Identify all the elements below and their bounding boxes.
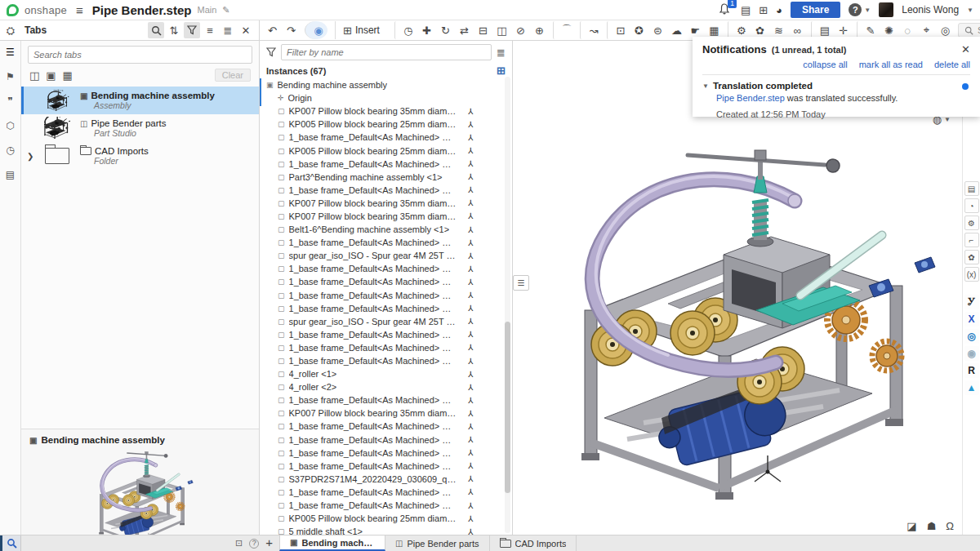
fixed-icon[interactable]: ⅄ xyxy=(468,370,473,379)
database-icon[interactable]: ⊜ xyxy=(648,21,667,39)
fixed-icon[interactable]: ⅄ xyxy=(468,185,473,194)
fixed-icon[interactable]: ⅄ xyxy=(468,435,473,444)
appearance-panel-icon[interactable]: ✿ xyxy=(964,250,979,264)
instance-row[interactable]: ▢ 1_base frame_Default<As Machined> <17>… xyxy=(265,486,512,499)
instance-row[interactable]: ▢ 1_base frame_Default<As Machined> <3> … xyxy=(265,184,512,197)
app-x-icon[interactable]: X xyxy=(964,312,979,327)
cylindrical-mate-icon[interactable]: ◫ xyxy=(492,21,511,39)
assembly-filter-icon[interactable]: ▣ xyxy=(46,70,56,81)
fixed-icon[interactable]: ⅄ xyxy=(468,317,473,326)
pin-slot-mate-icon[interactable]: ⊘ xyxy=(511,21,530,39)
fastened-mate-icon[interactable]: ✚ xyxy=(417,21,436,39)
fixed-icon[interactable]: ⅄ xyxy=(468,264,473,273)
list-view-icon[interactable]: ≡ xyxy=(202,22,218,38)
instance-row[interactable]: ▢ KP007 Pillow block bearing 35mm diamet… xyxy=(265,104,512,118)
fixed-icon[interactable]: ⅄ xyxy=(468,501,473,510)
instance-row[interactable]: ▢ 1_base frame_Default<As Machined> <4> … xyxy=(265,236,512,249)
instance-row[interactable]: ▢ KP005 Pillow block bearing 25mm diamet… xyxy=(265,118,512,131)
tab-manager-icon[interactable]: ☰ xyxy=(2,44,19,60)
fixed-icon[interactable]: ⅄ xyxy=(468,422,473,431)
app-store-icon[interactable]: ⊞ xyxy=(759,5,768,16)
instance-row[interactable]: ▢ 1_base frame_Default<As Machined> <12>… xyxy=(265,393,512,407)
sort-icon[interactable]: ⇅ xyxy=(166,22,182,38)
instance-row[interactable]: ▢ KP007 Pillow block bearing 35mm diamet… xyxy=(265,210,512,223)
fixed-icon[interactable]: ⅄ xyxy=(468,251,473,260)
help-menu[interactable]: ? ▼ xyxy=(849,3,871,16)
variables-panel-icon[interactable]: (x) xyxy=(964,267,979,282)
expand-chevron-icon[interactable]: ❯ xyxy=(27,152,33,161)
clear-filters-button[interactable]: Clear xyxy=(215,69,251,82)
notification-item[interactable]: ▼ Translation completed Pipe Bender.step… xyxy=(702,75,970,119)
bottom-tab-assembly[interactable]: ▣ Bending machine asse... xyxy=(279,535,385,551)
fixed-icon[interactable]: ⅄ xyxy=(468,198,473,207)
instance-row[interactable]: ▢ KP007 Pillow block bearing 35mm diamet… xyxy=(265,197,512,210)
app-eye-icon[interactable]: ◉ xyxy=(964,346,979,361)
fixed-icon[interactable]: ⅄ xyxy=(468,343,473,352)
instance-row[interactable]: ▢ KP005 Pillow block bearing 25mm diamet… xyxy=(265,144,512,157)
versions-icon[interactable]: ⬡ xyxy=(2,118,19,134)
follow-mode-icon[interactable]: ⚑ xyxy=(2,69,19,85)
instance-row[interactable]: ▢ 1_base frame_Default<As Machined> <6> … xyxy=(265,275,512,288)
assembly-root-row[interactable]: ▣ Bending machine assembly xyxy=(265,78,512,91)
avatar[interactable] xyxy=(879,2,893,17)
collapse-chevron-icon[interactable]: ▼ xyxy=(702,82,709,90)
box-select-icon[interactable]: ⊡ xyxy=(607,21,630,39)
fixed-icon[interactable]: ⅄ xyxy=(468,448,473,457)
onshape-logo-icon[interactable] xyxy=(7,4,19,16)
close-notifications-icon[interactable]: ✕ xyxy=(961,43,970,56)
part-studio-filter-icon[interactable]: ◫ xyxy=(29,70,39,81)
fixed-icon[interactable]: ⅄ xyxy=(468,159,473,168)
fixed-icon[interactable]: ⅄ xyxy=(468,527,473,535)
instance-row[interactable]: ▢ 1_base frame_Default<As Machined> <10>… xyxy=(265,341,512,354)
history-icon[interactable]: ◷ xyxy=(2,142,19,158)
relation-icon[interactable]: ↝ xyxy=(580,21,603,39)
tangent-mate-icon[interactable]: ⌒ xyxy=(553,21,576,39)
user-chevron-down-icon[interactable]: ▼ xyxy=(967,7,973,14)
mark-all-read-link[interactable]: mark all as read xyxy=(859,60,923,69)
search-icon[interactable] xyxy=(148,22,164,38)
camera-perspective-icon[interactable]: ☗ xyxy=(927,521,937,531)
app-shield-icon[interactable]: Ỿ xyxy=(964,295,979,309)
filter-by-name-input[interactable] xyxy=(281,44,492,60)
fixed-icon[interactable]: ⅄ xyxy=(468,357,473,366)
instance-row[interactable]: ▢ 1_base frame_Default<As Machined> <1> … xyxy=(265,131,512,144)
instance-row[interactable]: ▢ 1_base frame_Default<As Machined> <2> … xyxy=(265,158,512,171)
report-panel-icon[interactable]: ▤ xyxy=(964,181,979,196)
status-help-icon[interactable]: ? xyxy=(249,539,259,549)
search-tools-box[interactable]: Search tools... alt/⌥ c xyxy=(958,23,980,38)
collapse-all-link[interactable]: collapse all xyxy=(803,60,847,69)
drawing-filter-icon[interactable]: ▦ xyxy=(63,70,73,81)
performance-icon[interactable]: ⊡ xyxy=(235,539,243,548)
fixed-icon[interactable]: ⅄ xyxy=(468,225,473,234)
app-triangle-icon[interactable]: ▲ xyxy=(964,380,979,395)
instance-row[interactable]: ▢ KP005 Pillow block bearing 25mm diamet… xyxy=(265,512,512,525)
bottom-tab-folder[interactable]: CAD Imports xyxy=(490,535,577,551)
feature-star-icon[interactable]: ✪ xyxy=(630,21,648,39)
fixed-icon[interactable]: ⅄ xyxy=(468,238,473,247)
instances-filter-icon[interactable] xyxy=(266,47,276,57)
instance-row[interactable]: ▢ Belt1-6^Bending machine assembly <1> ⅄ xyxy=(265,223,512,236)
instance-row[interactable]: ▢ 1_base frame_Default<As Machined> <5> … xyxy=(265,262,512,275)
bom-panel-icon[interactable]: ◔ xyxy=(964,198,979,213)
detail-view-icon[interactable]: ≣ xyxy=(220,22,236,38)
fixed-icon[interactable]: ⅄ xyxy=(468,330,473,339)
share-button[interactable]: Share xyxy=(791,2,840,18)
instances-scrollbar[interactable] xyxy=(505,77,510,533)
fixed-icon[interactable]: ⅄ xyxy=(468,291,473,300)
instance-row[interactable]: ▢ 1_base frame_Default<As Machined> <13>… xyxy=(265,420,512,433)
rename-icon[interactable]: ✎ xyxy=(222,6,229,15)
bottom-tab-part-studio[interactable]: ◫ Pipe Bender parts xyxy=(385,535,490,551)
redo-icon[interactable]: ↷ xyxy=(282,21,301,39)
fixed-icon[interactable]: ⅄ xyxy=(468,383,473,392)
tab-manager-header-icon[interactable]: ⛭ xyxy=(0,25,21,36)
delete-all-link[interactable]: delete all xyxy=(934,60,970,69)
cloud-import-icon[interactable]: ☁ xyxy=(667,21,686,39)
fixed-icon[interactable]: ⅄ xyxy=(468,133,473,142)
section-view-icon[interactable]: ◪ xyxy=(906,521,916,531)
instance-row[interactable]: ▢ spur gear_iso_ISO - Spur gear 4M 25T 2… xyxy=(265,315,512,328)
instance-row[interactable]: ▢ 1_base frame_Default<As Machined> <7> … xyxy=(265,289,512,302)
fixed-icon[interactable]: ⅄ xyxy=(468,146,473,155)
tab-item-assembly[interactable]: ▣Bending machine assembly Assembly xyxy=(21,87,259,114)
fixed-icon[interactable]: ⅄ xyxy=(468,304,473,313)
instance-row[interactable]: ▢ 1_base frame_Default<As Machined> <18>… xyxy=(265,499,512,512)
